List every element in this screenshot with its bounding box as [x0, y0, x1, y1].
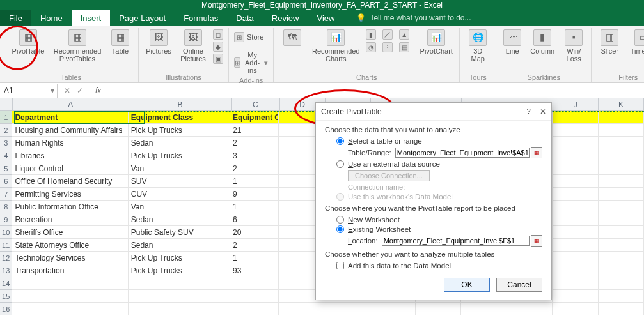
chevron-down-icon[interactable]: ▾: [51, 86, 57, 95]
cell-11-C[interactable]: 2: [230, 239, 279, 252]
col-header-A[interactable]: A: [13, 98, 129, 110]
cell-15-B[interactable]: [129, 290, 230, 303]
cell-3-A[interactable]: Human Rights: [12, 137, 128, 149]
cell-14-B[interactable]: [129, 277, 230, 290]
row-header-10[interactable]: 10: [0, 226, 12, 239]
3d-map-button[interactable]: 🌐 3D Map: [465, 28, 491, 63]
chart-scatter-icon[interactable]: ⋮: [382, 42, 393, 52]
row-header-3[interactable]: 3: [0, 137, 12, 149]
cell-10-J[interactable]: [553, 226, 598, 239]
cell-14-J[interactable]: [553, 277, 598, 290]
sparkline-column-button[interactable]: ▮ Column: [528, 28, 556, 55]
formula-bar-input[interactable]: [106, 84, 644, 98]
tab-formulas[interactable]: Formulas: [175, 10, 227, 26]
row-header-2[interactable]: 2: [0, 124, 12, 137]
cell-5-K[interactable]: [599, 162, 644, 175]
cell-5-J[interactable]: [553, 162, 598, 175]
cell-16-C[interactable]: [230, 303, 279, 315]
cancel-button[interactable]: Cancel: [496, 278, 542, 292]
cell-4-B[interactable]: Pick Up Trucks: [129, 149, 230, 162]
col-header-C[interactable]: C: [232, 98, 280, 110]
row-header-5[interactable]: 5: [0, 162, 12, 175]
cell-13-A[interactable]: Transportation: [12, 264, 128, 277]
radio-select-table[interactable]: [336, 137, 344, 145]
row-header-16[interactable]: 16: [0, 303, 12, 315]
cell-10-B[interactable]: Public Safety SUV: [129, 226, 230, 239]
name-box[interactable]: A1 ▾: [0, 84, 58, 98]
cell-2-C[interactable]: 21: [230, 124, 279, 137]
cell-3-J[interactable]: [553, 137, 598, 149]
cell-11-B[interactable]: Sedan: [129, 239, 230, 252]
enter-formula-icon[interactable]: ✓: [77, 86, 83, 95]
cell-2-A[interactable]: Housing and Community Affairs: [12, 124, 128, 137]
close-icon[interactable]: ✕: [540, 107, 546, 116]
col-header-J[interactable]: J: [553, 98, 599, 110]
cell-9-K[interactable]: [599, 213, 644, 226]
cell-12-B[interactable]: Pick Up Trucks: [129, 252, 230, 264]
cell-9-J[interactable]: [553, 213, 598, 226]
sparkline-line-button[interactable]: 〰 Line: [501, 28, 523, 55]
tab-data[interactable]: Data: [227, 10, 262, 26]
col-header-K[interactable]: K: [599, 98, 644, 110]
cell-12-C[interactable]: 1: [230, 252, 279, 264]
cell-2-B[interactable]: Pick Up Trucks: [129, 124, 230, 137]
cell-15-K[interactable]: [599, 290, 644, 303]
cell-15-A[interactable]: [12, 290, 128, 303]
pivot-chart-button[interactable]: 📊 PivotChart: [418, 28, 454, 55]
cell-12-J[interactable]: [553, 252, 598, 264]
row-header-13[interactable]: 13: [0, 264, 12, 277]
cell-12-K[interactable]: [599, 252, 644, 264]
cell-16-B[interactable]: [129, 303, 230, 315]
cell-15-J[interactable]: [553, 290, 598, 303]
cell-14-K[interactable]: [599, 277, 644, 290]
row-header-15[interactable]: 15: [0, 290, 12, 303]
cell-16-G[interactable]: [416, 303, 461, 315]
cell-13-K[interactable]: [599, 264, 644, 277]
cell-9-B[interactable]: Sedan: [129, 213, 230, 226]
pictures-button[interactable]: 🖼 Pictures: [144, 28, 173, 55]
row-header-11[interactable]: 11: [0, 239, 12, 252]
row-header-12[interactable]: 12: [0, 252, 12, 264]
bing-maps-button[interactable]: 🗺: [279, 28, 306, 47]
cell-16-J[interactable]: [553, 303, 598, 315]
tell-me-search[interactable]: 💡 Tell me what you want to do...: [356, 10, 471, 26]
cell-2-J[interactable]: [553, 124, 598, 137]
cell-12-A[interactable]: Technology Services: [12, 252, 128, 264]
cell-11-J[interactable]: [553, 239, 598, 252]
cell-4-A[interactable]: Libraries: [12, 149, 128, 162]
row-header-7[interactable]: 7: [0, 188, 12, 201]
chart-area-icon[interactable]: ▲: [399, 29, 409, 40]
col-header-B[interactable]: B: [129, 98, 232, 110]
smartart-icon[interactable]: ◆: [213, 42, 223, 52]
cell-1-B[interactable]: Equipment Class: [129, 111, 230, 124]
checkbox-add-data-model[interactable]: [336, 262, 344, 269]
cell-6-A[interactable]: Office Of Homeland Security: [12, 175, 128, 188]
cancel-formula-icon[interactable]: ✕: [64, 86, 70, 95]
chart-pie-icon[interactable]: ◔: [366, 42, 376, 52]
cell-10-C[interactable]: 20: [230, 226, 279, 239]
cell-14-C[interactable]: [230, 277, 279, 290]
radio-external-source[interactable]: [336, 160, 344, 168]
cell-16-K[interactable]: [599, 303, 644, 315]
row-header-1[interactable]: 1: [0, 111, 12, 124]
cell-16-H[interactable]: [461, 303, 507, 315]
chart-line-icon[interactable]: ／: [382, 29, 393, 40]
cell-16-F[interactable]: [370, 303, 416, 315]
cell-8-B[interactable]: Van: [129, 201, 230, 213]
cell-7-A[interactable]: Permitting Services: [12, 188, 128, 201]
cell-7-C[interactable]: 9: [230, 188, 279, 201]
cell-7-B[interactable]: CUV: [129, 188, 230, 201]
cell-6-B[interactable]: SUV: [129, 175, 230, 188]
my-addins-button[interactable]: ⊞ My Add-ins ▾: [234, 50, 268, 75]
slicer-button[interactable]: ▥ Slicer: [597, 28, 622, 55]
chart-bar-icon[interactable]: ▮: [366, 29, 376, 40]
fx-icon[interactable]: fx: [90, 86, 106, 95]
cell-1-A[interactable]: Department: [12, 111, 128, 124]
cell-1-C[interactable]: Equipment C: [230, 111, 279, 124]
cell-6-K[interactable]: [599, 175, 644, 188]
cell-5-A[interactable]: Liquor Control: [12, 162, 128, 175]
cell-8-K[interactable]: [599, 201, 644, 213]
pivot-table-button[interactable]: ▦ PivotTable: [9, 28, 47, 55]
cell-9-A[interactable]: Recreation: [12, 213, 128, 226]
cell-13-J[interactable]: [553, 264, 598, 277]
